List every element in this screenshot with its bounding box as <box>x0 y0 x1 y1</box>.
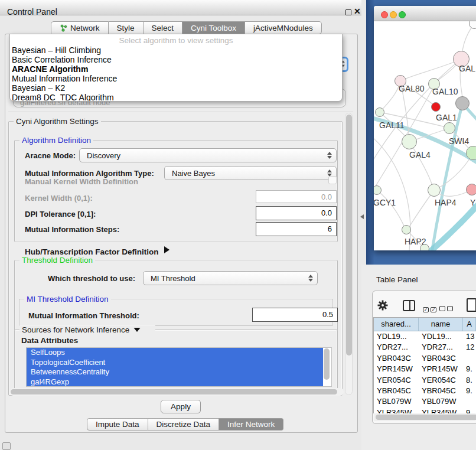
node-hap4[interactable] <box>428 184 441 197</box>
collapse-arrow-icon[interactable] <box>134 328 141 332</box>
settings-horizontal-scroll-thumb[interactable] <box>11 389 337 394</box>
node-y[interactable] <box>466 184 476 195</box>
node[interactable] <box>469 21 476 29</box>
tab-label: Network <box>70 24 100 32</box>
table-body: YDL19...YDL19...13YDR27...YDR27...12YBR0… <box>374 331 476 413</box>
table-row[interactable]: YBR043CYBR043C <box>374 353 476 364</box>
minimize-window-icon[interactable] <box>390 11 397 18</box>
algorithm-option[interactable]: Dream8 DC_TDC Algorithm <box>10 93 342 102</box>
attribute-item[interactable]: gal4RGexp <box>27 377 323 387</box>
manual-kernel-width-checkbox[interactable] <box>328 176 337 184</box>
which-threshold-label: Which threshold to use: <box>48 274 135 283</box>
mi-threshold-field[interactable]: 0.5 <box>252 308 338 322</box>
table-cell: 13 <box>463 331 476 342</box>
tab-discretize-data[interactable]: Discretize Data <box>148 418 220 431</box>
tab-impute-data[interactable]: Impute Data <box>87 418 148 431</box>
table-cell: 9. <box>463 407 476 413</box>
attributes-list-scrollbar[interactable] <box>324 348 330 380</box>
unselect-all-columns-icon[interactable] <box>439 303 453 314</box>
table-row[interactable]: YDR27...YDR27...12 <box>374 342 476 353</box>
columns-icon[interactable] <box>403 300 415 311</box>
which-threshold-combo[interactable]: MI Threshold <box>143 271 318 285</box>
attribute-item[interactable]: BetweennessCentrality <box>27 367 323 377</box>
gear-icon[interactable] <box>377 300 388 311</box>
tab-jactivemnodules[interactable]: jActiveMNodules <box>245 21 322 34</box>
table-header: shared... name A <box>374 318 476 331</box>
table-cell: YDL19... <box>374 331 419 342</box>
minimized-panel-chip[interactable] <box>2 442 11 450</box>
table-cell: YPR145W <box>419 364 463 374</box>
mi-steps-field[interactable]: 6 <box>256 222 337 236</box>
table-horizontal-scroll-thumb[interactable] <box>376 415 476 420</box>
algorithm-option[interactable]: Bayesian – K2 <box>10 83 342 93</box>
float-window-button[interactable] <box>345 9 351 15</box>
settings-vertical-scroll-thumb[interactable] <box>346 115 352 356</box>
column-header-shared-name[interactable]: shared... <box>374 318 419 331</box>
aracne-mode-combo[interactable]: Discovery <box>79 148 337 162</box>
tab-select[interactable]: Select <box>144 21 183 34</box>
table-row[interactable]: YBL079WYBL079W <box>374 396 476 407</box>
spinner-down-icon <box>308 279 313 282</box>
table-cell: YER054C <box>419 375 463 386</box>
mi-threshold-group-title: MI Threshold Definition <box>24 295 111 304</box>
network-canvas[interactable]: GALGAL80GAL10GAL11GAL1GAL4SWI4GCY1HAP4YH… <box>374 21 476 250</box>
node-label: Y <box>470 198 475 207</box>
table-row[interactable]: YDL19...YDL19...13 <box>374 331 476 342</box>
tab-label: jActiveMNodules <box>253 24 313 32</box>
sources-group-title: Sources for Network Inference <box>22 325 129 334</box>
algorithm-option[interactable]: Basic Correlation Inference <box>10 55 342 64</box>
node[interactable] <box>431 102 441 112</box>
select-all-columns-icon[interactable]: ✓✓ <box>423 303 436 314</box>
dpi-tolerance-label: DPI Tolerance [0,1]: <box>25 210 96 219</box>
node-gal11[interactable] <box>375 107 384 117</box>
tab-cyni-toolbox[interactable]: Cyni Toolbox <box>182 21 245 34</box>
node-label: GCY1 <box>374 198 396 207</box>
zoom-window-icon[interactable] <box>399 11 406 18</box>
mi-algorithm-type-value: Naive Bayes <box>172 169 215 178</box>
algorithm-option[interactable]: Bayesian – Hill Climbing <box>10 45 342 55</box>
table-cell: YDR27... <box>419 342 463 353</box>
control-panel-title: Control Panel <box>7 7 57 17</box>
algorithm-option[interactable]: Mutual Information Inference <box>10 74 342 83</box>
node-gcy1[interactable] <box>374 185 382 195</box>
node-gal1[interactable] <box>444 122 455 134</box>
column-header-partial[interactable]: A <box>463 318 476 331</box>
expand-arrow-icon[interactable] <box>164 246 169 253</box>
table-cell: YBR043C <box>374 353 419 364</box>
import-table-icon[interactable] <box>467 298 476 312</box>
node[interactable] <box>420 244 429 250</box>
apply-button[interactable]: Apply <box>161 400 201 413</box>
table-row[interactable]: YBR045CYBR045C9. <box>374 386 476 396</box>
network-view-window: GALGAL80GAL10GAL11GAL1GAL4SWI4GCY1HAP4YH… <box>374 6 476 250</box>
table-row[interactable]: YPR145WYPR145W9. <box>374 364 476 374</box>
tab-label: Cyni Toolbox <box>191 24 236 32</box>
table-row[interactable]: YLR345WYLR345W9. <box>374 407 476 413</box>
tab-infer-network[interactable]: Infer Network <box>219 418 283 431</box>
node-table[interactable]: shared... name A YDL19...YDL19...13YDR27… <box>373 317 476 413</box>
close-window-icon[interactable] <box>381 11 388 18</box>
node[interactable] <box>455 96 470 110</box>
data-attributes-list[interactable]: SelfLoopsTopologicalCoefficientBetweenne… <box>26 347 332 387</box>
network-window-titlebar[interactable] <box>374 6 476 21</box>
table-cell: YBL079W <box>419 396 463 407</box>
node-gal4[interactable] <box>402 134 417 149</box>
attribute-item[interactable]: TopologicalCoefficient <box>27 358 323 368</box>
node-hap2[interactable] <box>402 225 411 234</box>
table-cell: YDL19... <box>419 331 463 342</box>
tab-network[interactable]: Network <box>51 21 109 34</box>
table-cell: YBL079W <box>374 396 419 407</box>
table-row[interactable]: YER054CYER054C8. <box>374 375 476 386</box>
mi-algorithm-type-combo[interactable]: Naive Bayes <box>164 166 337 180</box>
kernel-width-field[interactable]: 0.0 <box>256 190 337 203</box>
tab-style[interactable]: Style <box>109 21 144 34</box>
threshold-definition-title: Threshold Definition <box>19 256 95 265</box>
node-label: GAL1 <box>436 113 457 122</box>
dpi-tolerance-field[interactable]: 0.0 <box>256 206 337 220</box>
splitter-collapse-icon[interactable] <box>360 214 364 219</box>
node-swi4[interactable] <box>466 146 476 160</box>
algorithm-option[interactable]: ARACNE Algorithm <box>10 64 342 74</box>
close-panel-button[interactable]: ✕ <box>354 6 361 16</box>
attribute-item[interactable]: SelfLoops <box>27 348 323 358</box>
column-header-name[interactable]: name <box>419 318 463 331</box>
table-cell: YDR27... <box>374 342 419 353</box>
